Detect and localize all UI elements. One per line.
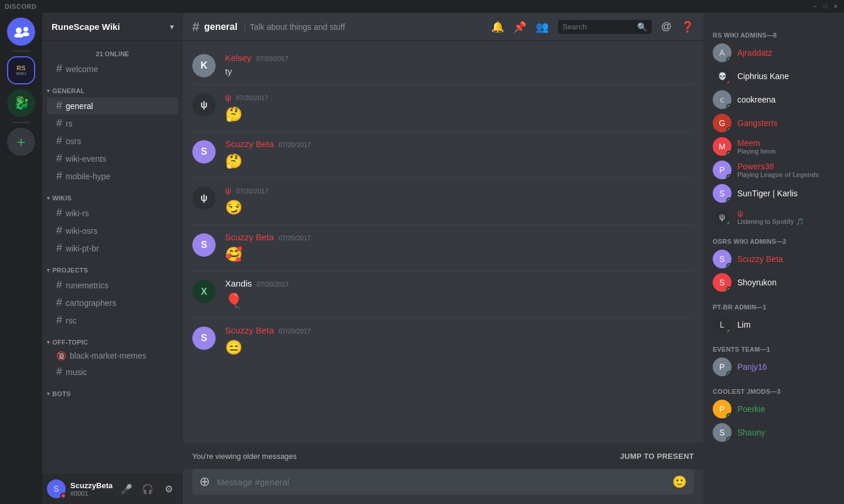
at-icon[interactable]: @	[661, 21, 672, 33]
message-group: S Scuzzy Beta 07/20/2017 😑	[183, 323, 703, 360]
category-bots[interactable]: ▾ BOTS	[42, 381, 183, 400]
member-info: Meem Playing hmm	[737, 138, 835, 155]
member-info: Shauny	[737, 428, 835, 437]
member-activity: Listening to Spotify 🎵	[737, 218, 835, 226]
search-input[interactable]	[563, 22, 635, 31]
pin-icon[interactable]: 📌	[513, 21, 526, 33]
member-powers38[interactable]: P Powers38 Playing League of Legends	[708, 158, 839, 182]
message-text: 🥰	[225, 244, 694, 264]
member-lim[interactable]: L Lim	[708, 313, 839, 336]
category-wikis[interactable]: ▾ WIKIS	[42, 185, 183, 204]
channel-runemetrics[interactable]: # runemetrics	[47, 277, 178, 294]
message-content: Xandis 07/20/2017 🎈	[225, 278, 694, 311]
message-author[interactable]: Scuzzy Beta	[225, 232, 274, 242]
member-meem[interactable]: M Meem Playing hmm	[708, 135, 839, 158]
member-scuzzy-beta[interactable]: S Scuzzy Beta	[708, 247, 839, 271]
member-panjy16[interactable]: P Panjy16	[708, 355, 839, 379]
jump-to-present-button[interactable]: JUMP TO PRESENT	[620, 452, 694, 461]
member-suntiger-karlis[interactable]: S SunTiger | Karlis	[708, 182, 839, 205]
member-gangsterls[interactable]: G GangsterIs	[708, 111, 839, 135]
close-button[interactable]: ✕	[832, 3, 839, 10]
server-icon-dm[interactable]	[7, 18, 35, 46]
member-avatar: S	[713, 273, 731, 292]
category-projects[interactable]: ▾ PROJECTS	[42, 257, 183, 276]
help-icon[interactable]: ❓	[681, 21, 694, 33]
channel-black-market-memes[interactable]: 🔞 black-market-memes	[47, 349, 178, 363]
attach-file-button[interactable]: ⊕	[199, 474, 210, 489]
member-avatar: S	[713, 250, 731, 268]
channel-wiki-pt-br[interactable]: # wiki-pt-br	[47, 240, 178, 257]
member-avatar: P	[713, 357, 731, 376]
emoji-picker-button[interactable]: 🙂	[672, 475, 687, 489]
add-server-button[interactable]: +	[7, 128, 35, 156]
message-author[interactable]: ψ	[225, 185, 232, 195]
member-avatar: 💀	[713, 67, 731, 86]
deafen-button[interactable]: 🎧	[138, 479, 157, 498]
channel-rs[interactable]: # rs	[47, 115, 178, 132]
channel-wiki-events[interactable]: # wiki-events	[47, 150, 178, 167]
guild-header[interactable]: RuneScape Wiki ▾	[42, 13, 183, 41]
member-activity: Playing hmm	[737, 148, 835, 155]
member-info: Panjy16	[737, 362, 835, 372]
online-count: 21 ONLINE	[42, 46, 183, 60]
members-list-icon[interactable]: 👥	[536, 21, 549, 33]
category-off-topic[interactable]: ▾ OFF-TOPIC	[42, 329, 183, 348]
channel-mobile-hype[interactable]: # mobile-hype	[47, 168, 178, 185]
member-info: Powers38 Playing League of Legends	[737, 162, 835, 178]
current-user-avatar: S	[47, 479, 66, 498]
channel-hash-large-icon: #	[192, 19, 199, 35]
current-discriminator: #0001	[70, 490, 113, 497]
member-cookreena[interactable]: c cookreena	[708, 88, 839, 111]
channel-general[interactable]: # general	[47, 97, 178, 114]
member-name: Powers38	[737, 162, 835, 171]
member-avatar: P	[713, 161, 731, 179]
message-author[interactable]: ψ	[225, 92, 232, 102]
message-author[interactable]: Scuzzy Beta	[225, 325, 274, 335]
message-text: ty	[225, 65, 694, 77]
search-box[interactable]: 🔍	[558, 20, 652, 34]
member-name: Shauny	[737, 428, 835, 437]
member-name: cookreena	[737, 95, 835, 104]
message-author[interactable]: Xandis	[225, 278, 252, 288]
channel-welcome[interactable]: # welcome	[47, 60, 178, 77]
older-messages-banner: You're viewing older messages JUMP TO PR…	[183, 443, 703, 469]
channel-music[interactable]: # music	[47, 363, 178, 380]
member-shauny[interactable]: S Shauny	[708, 421, 839, 444]
channel-rsc[interactable]: # rsc	[47, 312, 178, 329]
server-icon-runescape-wiki[interactable]: RS WIKI	[7, 56, 35, 84]
notification-bell-icon[interactable]: 🔔	[491, 21, 504, 33]
hash-icon: #	[56, 242, 62, 254]
channel-list: 21 ONLINE # welcome ▾ GENERAL # general …	[42, 41, 183, 474]
channel-wiki-rs[interactable]: # wiki-rs	[47, 205, 178, 222]
channel-osrs[interactable]: # osrs	[47, 132, 178, 149]
status-indicator	[726, 80, 731, 86]
message-input[interactable]	[217, 477, 665, 487]
channel-description: Talk about things and stuff	[244, 22, 345, 32]
category-general[interactable]: ▾ GENERAL	[42, 78, 183, 97]
member-activity: Playing League of Legends	[737, 171, 835, 178]
member-ciphrius-kane[interactable]: 💀 Ciphrius Kane	[708, 64, 839, 88]
maximize-button[interactable]: □	[822, 3, 829, 10]
member-psi[interactable]: ψ ψ Listening to Spotify 🎵	[708, 205, 839, 229]
status-indicator	[726, 104, 731, 109]
minimize-button[interactable]: ─	[811, 3, 818, 10]
member-ajraddatz[interactable]: A Ajraddatz	[708, 41, 839, 64]
message-input-box: ⊕ 🙂	[192, 469, 694, 495]
divider	[192, 131, 694, 132]
member-shoyrukon[interactable]: S Shoyrukon	[708, 271, 839, 294]
member-name: Ajraddatz	[737, 48, 835, 57]
message-author[interactable]: Scuzzy Beta	[225, 139, 274, 149]
mute-button[interactable]: 🎤	[117, 479, 136, 498]
member-name: Lim	[737, 320, 835, 329]
message-content: Kelsey 07/20/2017 ty	[225, 53, 694, 77]
member-avatar: G	[713, 114, 731, 132]
svg-point-0	[16, 28, 22, 33]
server-icon-dragon[interactable]: 🐉	[7, 89, 35, 117]
channel-cartographers[interactable]: # cartographers	[47, 294, 178, 311]
channel-wiki-osrs[interactable]: # wiki-osrs	[47, 222, 178, 239]
message-author[interactable]: Kelsey	[225, 53, 251, 63]
user-settings-button[interactable]: ⚙	[159, 479, 178, 498]
svg-point-3	[22, 32, 29, 36]
member-poerkie[interactable]: P Poerkie	[708, 397, 839, 421]
avatar: S	[192, 140, 216, 164]
